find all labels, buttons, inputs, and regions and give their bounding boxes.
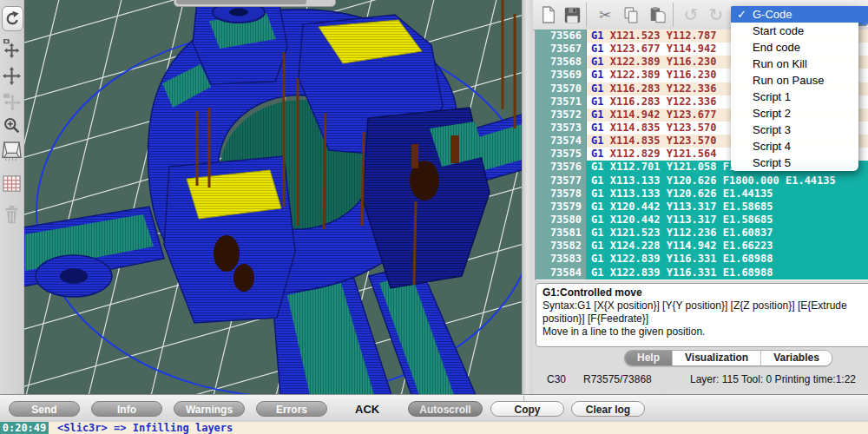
gcode-row[interactable]: 73583G1 X122.839 Y116.331 E1.68988 [536, 253, 868, 266]
gcode-row[interactable]: 73577G1 X113.133 Y120.626 F1800.000 E1.4… [536, 174, 868, 187]
connection-status: C30 [547, 373, 566, 385]
line-number: 73566 [536, 30, 587, 43]
gcode-row[interactable]: 73582G1 X124.228 Y114.942 E1.66223 [536, 240, 868, 253]
menu-item-end-code[interactable]: End code [731, 39, 858, 56]
gcode-help-panel: G1:Controlled move Syntax:G1 [X{X positi… [536, 283, 868, 347]
info-toggle-button[interactable]: Info [91, 401, 162, 417]
menu-item-label: Run on Kill [753, 57, 807, 70]
help-title: G1:Controlled move [542, 286, 868, 299]
save-icon [564, 7, 581, 23]
menu-item-script-4[interactable]: Script 4 [731, 138, 858, 155]
3d-viewport[interactable] [23, 0, 522, 395]
line-number: 73576 [536, 161, 587, 174]
menu-item-g-code[interactable]: ✓G-Code [731, 6, 868, 23]
copy-icon [623, 7, 639, 23]
gcode-coordinates: X123.677 Y114.942 [603, 43, 716, 55]
move-viewpoint-button[interactable] [1, 89, 23, 112]
gcode-command: G1 [591, 30, 603, 42]
move-camera-icon [3, 38, 21, 58]
tab-variables[interactable]: Variables [761, 351, 832, 365]
undo-button[interactable]: ↺ [680, 3, 702, 26]
clear-log-button[interactable]: Clear log [571, 401, 645, 417]
warnings-toggle-button[interactable]: Warnings [174, 401, 245, 417]
log-message: <Slic3r> => Infilling layers [57, 422, 233, 434]
gcode-text: G1 X113.133 Y120.626 E1.44135 [587, 187, 868, 201]
gcode-coordinates: X114.835 Y123.570 [603, 122, 716, 134]
tab-help[interactable]: Help [625, 351, 673, 365]
paste-icon [649, 6, 666, 23]
menu-item-script-1[interactable]: Script 1 [731, 89, 858, 105]
menu-item-label: Script 2 [753, 107, 791, 120]
log-row: 0:20:49 <Slic3r> => Infilling layers [0, 422, 868, 434]
errors-toggle-button[interactable]: Errors [256, 401, 327, 417]
gcode-command: G1 [591, 122, 603, 134]
menu-item-start-code[interactable]: Start code [731, 23, 858, 39]
gcode-text: G1 X121.523 Y112.236 E1.60837 [587, 227, 868, 240]
autoscroll-button[interactable]: Autoscroll [408, 401, 483, 417]
menu-item-label: Script 1 [753, 90, 791, 103]
gcode-row[interactable]: 73581G1 X121.523 Y112.236 E1.60837 [536, 227, 868, 240]
cut-button[interactable]: ✂ [594, 3, 616, 26]
gcode-row[interactable]: 73584G1 X122.839 Y116.331 E1.68988 [536, 266, 868, 279]
3d-scene [23, 0, 522, 395]
show-bed-button[interactable] [1, 140, 23, 162]
cut-icon: ✂ [599, 8, 611, 23]
gcode-coordinates: X116.283 Y122.336 [603, 82, 716, 95]
gcode-coordinates: X116.283 Y122.336 [603, 95, 716, 108]
delete-object-button[interactable] [1, 203, 23, 226]
line-number: 73575 [536, 148, 587, 161]
line-number: 73580 [536, 214, 587, 227]
line-number: 73572 [536, 108, 587, 122]
tab-visualization[interactable]: Visualization [673, 351, 761, 365]
gcode-command: G1 [591, 108, 603, 121]
gcode-row[interactable]: 73580G1 X120.442 Y113.317 E1.58685 [536, 214, 868, 227]
copy-button[interactable] [620, 3, 642, 26]
top-scrollbar-thumb[interactable] [176, 0, 306, 4]
gcode-command: G1 [591, 69, 603, 81]
gcode-command: G1 [591, 148, 603, 160]
menu-item-script-3[interactable]: Script 3 [731, 122, 858, 138]
gcode-row[interactable]: 73578G1 X113.133 Y120.626 E1.44135 [536, 187, 868, 201]
zoom-button[interactable] [1, 114, 23, 136]
show-grid-button[interactable] [1, 172, 23, 194]
panel-splitter[interactable] [522, 0, 534, 395]
send-toggle-button[interactable]: Send [9, 401, 80, 417]
menu-item-label: End code [753, 41, 800, 54]
menu-item-label: Run on Pause [753, 74, 824, 87]
move-object-icon [3, 67, 21, 85]
gcode-text: G1 X113.133 Y120.626 F1800.000 E1.44135 [587, 174, 868, 187]
help-description: Move in a line to the given position. [542, 326, 868, 339]
gcode-text: G1 X122.839 Y116.331 E1.68988 [587, 266, 868, 279]
top-scrollbar[interactable] [174, 0, 336, 7]
line-number: 73582 [536, 240, 587, 253]
gcode-text: G1 X120.442 Y113.317 E1.58685 [587, 214, 868, 227]
copy-log-button[interactable]: Copy [490, 401, 564, 417]
gcode-row[interactable]: 73579G1 X120.442 Y113.317 E1.58685 [536, 201, 868, 214]
redo-button[interactable]: ↻ [705, 3, 727, 26]
menu-item-run-on-pause[interactable]: Run on Pause [731, 72, 858, 89]
menu-item-script-2[interactable]: Script 2 [731, 105, 858, 122]
gcode-coordinates: X122.389 Y116.230 [603, 69, 716, 81]
rotate-view-button[interactable] [2, 6, 23, 31]
toolbar-separator [673, 3, 674, 27]
line-number: 73567 [536, 43, 587, 56]
menu-item-run-on-kill[interactable]: Run on Kill [731, 56, 858, 72]
move-camera-button[interactable] [1, 36, 23, 59]
help-tab-group: HelpVisualizationVariables [624, 350, 832, 366]
new-file-button[interactable] [537, 3, 560, 26]
ack-toggle[interactable]: ACK [355, 403, 379, 416]
new-file-icon [541, 6, 556, 23]
show-bed-icon [2, 141, 22, 162]
move-object-button[interactable] [1, 64, 23, 87]
line-number: 73568 [536, 56, 587, 69]
gcode-command: G1 [591, 95, 603, 108]
paste-button[interactable] [646, 3, 668, 26]
gcode-coordinates: X112.829 Y121.564 [603, 148, 716, 160]
gcode-coordinates: X121.523 Y112.787 [603, 30, 716, 42]
help-syntax: Syntax:G1 [X{X position}] [Y{Y position}… [542, 299, 868, 326]
menu-item-script-5[interactable]: Script 5 [731, 155, 858, 171]
save-button[interactable] [561, 3, 583, 26]
line-number: 73579 [536, 201, 587, 214]
move-viewpoint-icon [3, 92, 21, 110]
checkmark-icon: ✓ [737, 6, 746, 23]
